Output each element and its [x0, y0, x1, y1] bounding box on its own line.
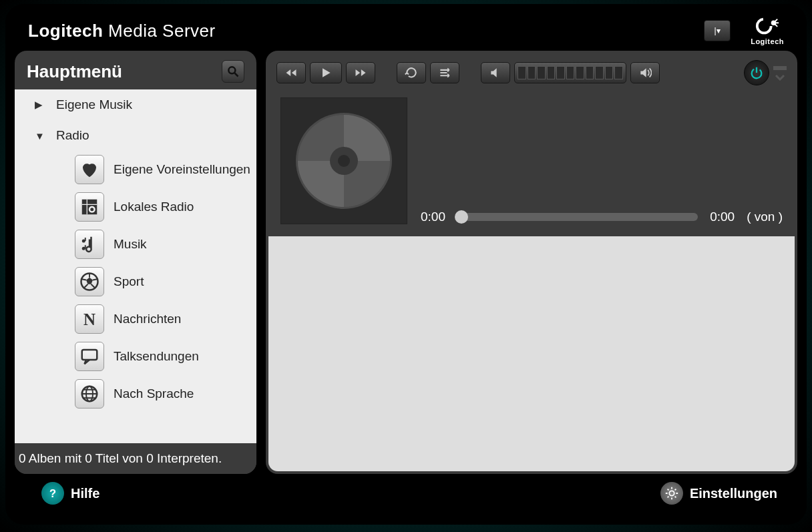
globe-icon: [75, 379, 104, 409]
header: Logitech Media Server | ▾ Logitech: [15, 11, 797, 51]
forward-icon: [354, 66, 367, 79]
radio-child-sport[interactable]: Sport: [15, 263, 256, 300]
volume-high-icon: [638, 66, 652, 79]
tree-label: Radio: [56, 128, 89, 143]
newspaper-icon: N: [75, 304, 104, 334]
left-panel-header: Hauptmenü: [15, 51, 256, 89]
app-window: Logitech Media Server | ▾ Logitech Haupt: [5, 4, 807, 525]
svg-rect-12: [82, 350, 97, 360]
volume-low-icon: [489, 66, 502, 79]
power-button[interactable]: [744, 60, 769, 85]
help-link[interactable]: ? Hilfe: [41, 482, 99, 505]
time-elapsed: 0:00: [421, 210, 445, 224]
settings-link[interactable]: Einstellungen: [660, 482, 777, 505]
play-button[interactable]: [310, 62, 342, 83]
menu-tree[interactable]: ▶ Eigene Musik ▼ Radio Eigene Voreinstel…: [15, 89, 256, 443]
svg-marker-10: [86, 278, 93, 284]
radio-child-local[interactable]: Lokales Radio: [15, 188, 256, 226]
time-total: 0:00: [710, 210, 735, 224]
radio-child-music[interactable]: Musik: [15, 226, 256, 263]
repeat-button[interactable]: [397, 62, 426, 83]
svg-point-2: [228, 67, 235, 73]
player-select-dropdown[interactable]: | ▾: [704, 20, 731, 41]
playlist-collapse-toggle[interactable]: [773, 65, 787, 81]
help-label: Hilfe: [71, 486, 99, 501]
search-icon: [226, 65, 240, 78]
radio-child-news[interactable]: N Nachrichten: [15, 300, 256, 338]
logitech-logo-icon: [755, 16, 780, 36]
gear-icon: [660, 482, 683, 505]
tree-child-label: Lokales Radio: [114, 200, 194, 214]
map-pin-icon: [75, 192, 104, 222]
right-panel: 0:00 0:00 ( von ): [266, 51, 797, 474]
speech-bubble-icon: [75, 342, 104, 371]
heart-icon: [75, 155, 104, 184]
power-icon: [749, 65, 764, 80]
tree-label: Eigene Musik: [56, 97, 132, 112]
brand-logi: Logitech: [28, 21, 103, 41]
chevron-down-icon: [775, 74, 785, 81]
music-notes-icon: [75, 230, 104, 259]
time-row: 0:00 0:00 ( von ): [421, 210, 783, 224]
tree-item-radio[interactable]: ▼ Radio: [15, 120, 256, 151]
svg-text:N: N: [83, 310, 95, 328]
disc-icon: [294, 111, 394, 211]
logo-text: Logitech: [751, 37, 784, 45]
rewind-icon: [284, 66, 298, 79]
volume-down-button[interactable]: [481, 62, 510, 83]
playlist-area: [268, 236, 795, 471]
chevron-down-icon: ▼: [35, 130, 47, 142]
bar-icon: [773, 65, 787, 71]
tree-child-label: Nach Sprache: [114, 386, 194, 401]
time-of-label: ( von ): [747, 210, 783, 224]
logitech-logo: Logitech: [751, 16, 784, 45]
header-right: | ▾ Logitech: [704, 16, 784, 45]
library-status: 0 Alben mit 0 Titel von 0 Interpreten.: [15, 443, 256, 474]
volume-up-button[interactable]: [630, 62, 660, 83]
tree-child-label: Eigene Voreinstellungen: [114, 162, 250, 177]
svg-rect-17: [773, 66, 787, 70]
help-icon: ?: [41, 482, 64, 505]
player-controls: [266, 51, 797, 91]
brand-title: Logitech Media Server: [28, 21, 216, 41]
tree-child-label: Sport: [114, 274, 144, 289]
brand-ms: Media Server: [108, 21, 216, 41]
shuffle-button[interactable]: [430, 62, 459, 83]
now-playing-row: 0:00 0:00 ( von ): [266, 91, 797, 236]
tree-child-label: Talksendungen: [114, 349, 199, 364]
footer: ? Hilfe Einstellungen: [15, 474, 797, 510]
next-button[interactable]: [346, 62, 375, 83]
play-icon: [319, 66, 333, 79]
tree-item-mymusic[interactable]: ▶ Eigene Musik: [15, 89, 256, 120]
shuffle-icon: [438, 66, 451, 79]
search-button[interactable]: [222, 60, 244, 83]
svg-point-6: [90, 208, 93, 211]
menu-title: Hauptmenü: [27, 61, 122, 82]
main-panels: Hauptmenü ▶ Eigene Musik ▼ Radio: [15, 51, 797, 474]
chevron-right-icon: ▶: [35, 99, 47, 111]
settings-label: Einstellungen: [690, 486, 777, 501]
chevron-down-icon: ▾: [717, 26, 721, 35]
album-cover: [280, 97, 407, 224]
svg-text:?: ?: [49, 487, 56, 499]
svg-line-3: [235, 73, 238, 77]
progress-slider[interactable]: [457, 213, 698, 221]
tree-child-label: Musik: [114, 237, 147, 252]
svg-point-0: [757, 19, 771, 33]
repeat-icon: [405, 66, 418, 79]
prev-button[interactable]: [276, 62, 306, 83]
svg-point-23: [669, 491, 674, 495]
svg-rect-4: [82, 200, 97, 215]
radio-child-presets[interactable]: Eigene Voreinstellungen: [15, 151, 256, 188]
left-panel: Hauptmenü ▶ Eigene Musik ▼ Radio: [15, 51, 256, 474]
svg-point-21: [338, 155, 350, 167]
radio-child-language[interactable]: Nach Sprache: [15, 375, 256, 413]
volume-slider[interactable]: [514, 62, 626, 83]
soccer-ball-icon: [75, 267, 104, 296]
tree-child-label: Nachrichten: [114, 312, 181, 326]
radio-child-talk[interactable]: Talksendungen: [15, 338, 256, 375]
